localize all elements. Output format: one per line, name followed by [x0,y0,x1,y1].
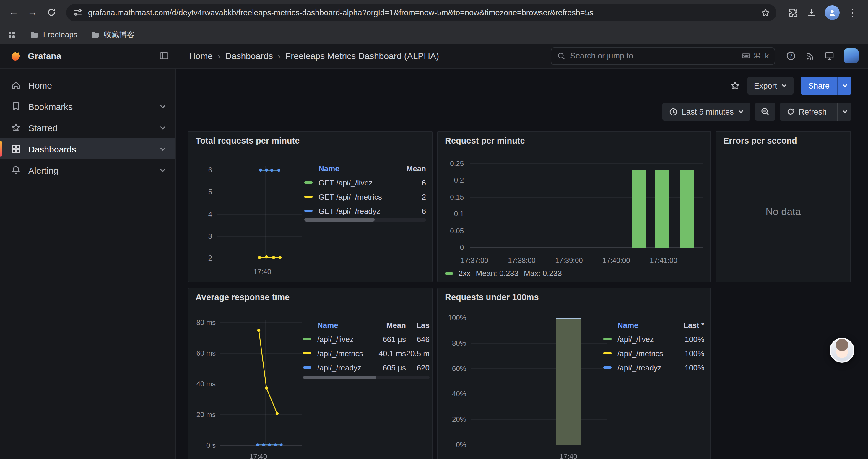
share-menu-caret[interactable] [837,77,851,95]
legend-header-mean[interactable]: Mean [372,321,406,329]
panel-title[interactable]: Average response time [195,292,289,302]
forward-button[interactable]: → [24,4,41,21]
y-tick: 0.25 [438,160,464,168]
sidebar-item-dashboards[interactable]: Dashboards [0,138,176,160]
sidebar-item-home[interactable]: Home [0,74,176,96]
assistant-avatar[interactable] [830,338,855,363]
series-name[interactable]: GET /api/_/readyz [318,206,398,215]
legend-header-mean[interactable]: Mean [398,164,426,173]
zoom-out-button[interactable] [755,103,775,121]
y-tick: 3 [188,232,212,240]
legend-table: Name Mean GET /api/_/livez 6 GET /api/_/… [304,161,426,218]
panel-title[interactable]: Request per minute [445,136,525,145]
legend-scrollbar[interactable] [303,376,430,379]
series-last: 100% [670,349,704,358]
x-tick: 17:40 [241,453,276,459]
breadcrumb-separator: › [278,51,281,61]
export-button[interactable]: Export [747,77,794,95]
series-last: 646 [406,335,430,343]
refresh-label: Refresh [799,107,827,116]
y-tick: 40 ms [188,380,216,388]
rss-icon[interactable] [805,51,815,61]
series-mean: 605 µs [372,363,406,372]
y-tick: 2 [188,254,212,262]
series-name[interactable]: /api/_/readyz [317,363,372,372]
y-tick: 0 [438,243,464,252]
grafana-avatar[interactable] [844,48,859,63]
reload-button[interactable] [42,4,60,21]
favorite-star-icon[interactable] [730,80,740,91]
refresh-icon [786,107,795,116]
topbar-left: Grafana [0,49,176,63]
series-name[interactable]: GET /api/_/livez [318,178,398,187]
panel-title[interactable]: Requests under 100ms [445,292,539,302]
downloads-icon[interactable] [807,7,816,18]
series-mean: 40.1 ms [372,349,406,358]
series-name[interactable]: /api/_/metrics [617,349,670,358]
series-name[interactable]: GET /api/_/metrics [318,192,398,201]
grafana-logo[interactable] [8,49,22,63]
bookmark-star-icon[interactable] [761,7,771,18]
legend-row: GET /api/_/metrics 2 [304,190,426,204]
sidebar-item-starred[interactable]: Starred [0,117,176,138]
refresh-button[interactable]: Refresh [780,103,833,121]
shortcut-label: ⌘+k [753,52,769,60]
browser-menu-icon[interactable]: ⋮ [848,7,857,18]
keyboard-icon [742,52,750,60]
clock-icon [669,107,678,116]
legend-header-name[interactable]: Name [317,321,372,329]
chevron-down-icon[interactable] [159,124,166,131]
breadcrumb-home[interactable]: Home [189,51,213,61]
back-button[interactable]: ← [5,4,23,21]
refresh-interval-caret[interactable] [837,103,851,121]
dashboard-canvas: Export Share Last 5 minutes [176,68,868,459]
y-tick: 40% [438,390,466,398]
panel-errors-per-second: Errors per second No data [716,131,851,282]
dock-sidebar-icon[interactable] [159,51,169,61]
sidebar-item-bookmarks[interactable]: Bookmarks [0,96,176,117]
series-name[interactable]: /api/_/metrics [317,349,372,358]
breadcrumb-dashboards[interactable]: Dashboards [225,51,273,61]
series-name[interactable]: /api/_/livez [317,335,372,343]
legend-scrollbar[interactable] [304,218,426,222]
monitor-icon[interactable] [824,51,834,61]
y-tick: 0.2 [438,176,464,184]
legend-header-name[interactable]: Name [318,164,398,173]
svg-text:?: ? [789,53,793,59]
chevron-down-icon[interactable] [159,103,166,109]
legend-header-last[interactable]: Las [406,321,430,329]
bookmark-folder-blogs[interactable]: 收藏博客 [90,29,135,40]
panel-title[interactable]: Total requests per minute [195,136,300,145]
share-label: Share [801,81,837,90]
legend-scrollbar-thumb[interactable] [303,376,376,379]
search-box[interactable]: ⌘+k [551,47,775,65]
help-icon[interactable]: ? [786,51,796,61]
search-input[interactable] [570,52,737,60]
extensions-icon[interactable] [788,7,798,18]
bookmark-folder-freeleaps[interactable]: Freeleaps [30,30,78,39]
apps-grid-icon[interactable] [7,30,17,39]
series-name[interactable]: 2xx [459,269,470,277]
series-name[interactable]: /api/_/livez [617,335,670,343]
share-button[interactable]: Share [801,77,851,95]
address-bar[interactable]: grafana.mathmast.com/d/deytv4rwavabkb/fr… [66,4,776,21]
chevron-down-icon[interactable] [159,145,166,152]
zoom-out-icon [760,107,770,117]
sidebar-item-alerting[interactable]: Alerting [0,160,176,181]
time-range-picker[interactable]: Last 5 minutes [662,103,750,121]
legend-scrollbar-thumb[interactable] [304,218,375,222]
y-tick: 80% [438,339,466,347]
legend-row: /api/_/metrics 40.1 ms 20.5 m [303,346,430,360]
chevron-down-icon[interactable] [159,167,166,173]
legend-header-last[interactable]: Last * [670,321,704,329]
legend-header-name[interactable]: Name [617,321,670,329]
panel-title[interactable]: Errors per second [723,136,797,145]
series-name[interactable]: /api/_/readyz [617,363,670,372]
x-tick: 17:39:00 [549,256,589,265]
folder-icon [30,30,39,39]
y-tick: 5 [188,188,212,196]
site-settings-icon[interactable] [73,8,83,17]
series-swatch [303,352,311,355]
profile-avatar[interactable] [825,5,840,20]
sidebar-item-label: Alerting [28,165,59,175]
